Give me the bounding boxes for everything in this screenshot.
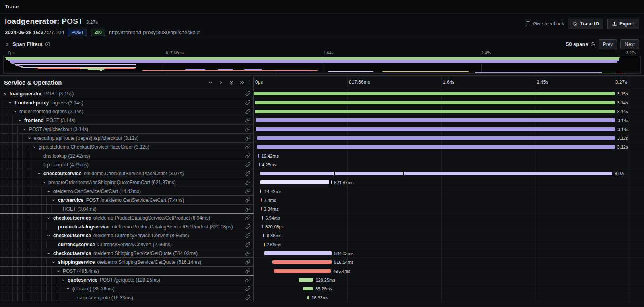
- span-row[interactable]: checkoutservice oteldemo.CheckoutService…: [0, 169, 644, 178]
- prev-button[interactable]: Prev: [599, 39, 617, 49]
- span-bar[interactable]: [262, 225, 263, 228]
- span-bar[interactable]: [307, 296, 309, 299]
- expand-chevron-icon[interactable]: [32, 145, 39, 149]
- span-row[interactable]: router frontend egress (3.14s) 3.14s: [0, 107, 644, 116]
- span-row[interactable]: prepareOrderItemsAndShippingQuoteFromCar…: [0, 178, 644, 187]
- span-bar[interactable]: [255, 110, 615, 113]
- expand-chevron-icon[interactable]: [52, 198, 58, 202]
- span-link-icon[interactable]: [245, 91, 250, 96]
- span-name-cell[interactable]: grpc.oteldemo.CheckoutService/PlaceOrder…: [0, 143, 254, 151]
- span-row[interactable]: HGET (3.04ms) 3.04ms: [0, 205, 644, 214]
- collapse-all-icon[interactable]: [229, 80, 234, 85]
- span-name-cell[interactable]: calculate-quote (16.33ms): [0, 293, 254, 302]
- span-name-cell[interactable]: shippingservice oteldemo.ShippingService…: [0, 258, 254, 267]
- span-bar[interactable]: [272, 260, 332, 264]
- span-bar[interactable]: [256, 127, 615, 131]
- span-name-cell[interactable]: {closure} (85.26ms): [0, 284, 254, 293]
- expand-chevron-icon[interactable]: [52, 260, 58, 264]
- expand-chevron-icon[interactable]: [42, 180, 48, 185]
- span-bar[interactable]: [264, 243, 265, 246]
- span-link-icon[interactable]: [245, 215, 250, 220]
- expand-chevron-icon[interactable]: [13, 110, 19, 114]
- span-name-cell[interactable]: prepareOrderItemsAndShippingQuoteFromCar…: [0, 178, 254, 187]
- span-bar[interactable]: [260, 189, 262, 193]
- span-name-cell[interactable]: executing api route (pages) /api/checkou…: [0, 134, 254, 143]
- span-row[interactable]: checkoutservice oteldemo.ShippingService…: [0, 249, 644, 258]
- span-bar[interactable]: [262, 216, 263, 220]
- expand-chevron-icon[interactable]: [47, 189, 53, 193]
- expand-chevron-icon[interactable]: [23, 127, 29, 131]
- span-link-icon[interactable]: [245, 277, 250, 282]
- span-name-cell[interactable]: POST /api/checkout (3.14s): [0, 125, 254, 134]
- span-row[interactable]: executing api route (pages) /api/checkou…: [0, 134, 644, 143]
- span-row[interactable]: checkoutservice oteldemo.CurrencyService…: [0, 231, 644, 240]
- span-bar[interactable]: [260, 172, 612, 175]
- span-bar[interactable]: [256, 118, 615, 122]
- span-link-icon[interactable]: [245, 251, 250, 256]
- span-name-cell[interactable]: checkoutservice oteldemo.CheckoutService…: [0, 169, 254, 178]
- span-link-icon[interactable]: [245, 162, 250, 167]
- span-link-icon[interactable]: [245, 197, 250, 203]
- span-row[interactable]: shippingservice oteldemo.ShippingService…: [0, 258, 644, 267]
- expand-chevron-icon[interactable]: [66, 287, 72, 291]
- minimap-left-handle[interactable]: [4, 56, 4, 73]
- expand-chevron-icon[interactable]: [18, 118, 24, 122]
- span-row[interactable]: {closure} (85.26ms) 85.26ms: [0, 284, 644, 293]
- span-name-cell[interactable]: loadgenerator POST (3.15s): [0, 89, 254, 98]
- expand-chevron-icon[interactable]: [3, 92, 10, 96]
- span-name-cell[interactable]: productcatalogservice oteldemo.ProductCa…: [0, 222, 254, 231]
- span-name-cell[interactable]: dns.lookup (12.42ms): [0, 151, 254, 160]
- span-bar[interactable]: [257, 145, 615, 149]
- span-link-icon[interactable]: [245, 153, 250, 158]
- span-row[interactable]: POST /api/checkout (3.14s) 3.14s: [0, 125, 644, 134]
- span-bar[interactable]: [263, 234, 264, 237]
- span-row[interactable]: oteldemo.CartService/GetCart (14.42ms) 1…: [0, 187, 644, 196]
- span-link-icon[interactable]: [245, 233, 250, 238]
- span-link-icon[interactable]: [245, 295, 250, 300]
- span-link-icon[interactable]: [245, 268, 250, 274]
- span-bar[interactable]: [255, 101, 615, 104]
- expand-chevron-icon[interactable]: [27, 136, 34, 140]
- span-name-cell[interactable]: quoteservice POST /getquote (128.25ms): [0, 276, 254, 284]
- span-bar[interactable]: [261, 198, 262, 202]
- span-link-icon[interactable]: [245, 118, 250, 123]
- span-row[interactable]: tcp.connect (4.25ms) 4.25ms: [0, 160, 644, 169]
- span-bar[interactable]: [259, 163, 260, 166]
- span-bar[interactable]: [274, 269, 331, 273]
- span-bar[interactable]: [258, 154, 259, 158]
- collapse-one-icon[interactable]: [208, 80, 213, 85]
- span-row[interactable]: dns.lookup (12.42ms) 12.42ms: [0, 151, 644, 160]
- span-bar[interactable]: [260, 180, 332, 184]
- expand-one-icon[interactable]: [218, 80, 224, 85]
- span-row[interactable]: checkoutservice oteldemo.ProductCatalogS…: [0, 214, 644, 222]
- span-link-icon[interactable]: [245, 286, 250, 291]
- span-bar[interactable]: [254, 92, 615, 95]
- minimap-canvas[interactable]: [3, 56, 641, 74]
- span-row[interactable]: cartservice POST /oteldemo.CartService/G…: [0, 196, 644, 205]
- export-button[interactable]: Export: [607, 19, 639, 29]
- span-name-cell[interactable]: currencyservice CurrencyService/Convert …: [0, 240, 254, 249]
- expand-chevron-icon[interactable]: [8, 101, 14, 105]
- column-resizer[interactable]: [248, 80, 250, 85]
- span-row[interactable]: currencyservice CurrencyService/Convert …: [0, 240, 644, 249]
- span-link-icon[interactable]: [245, 242, 250, 247]
- span-link-icon[interactable]: [245, 180, 250, 185]
- span-name-cell[interactable]: checkoutservice oteldemo.ProductCatalogS…: [0, 214, 254, 222]
- span-name-cell[interactable]: oteldemo.CartService/GetCart (14.42ms): [0, 187, 254, 196]
- trace-id-button[interactable]: Trace ID: [568, 19, 603, 29]
- span-link-icon[interactable]: [245, 259, 250, 265]
- span-link-icon[interactable]: [245, 224, 250, 229]
- span-name-cell[interactable]: POST (495.4ms): [0, 267, 254, 276]
- span-row[interactable]: productcatalogservice oteldemo.ProductCa…: [0, 222, 644, 231]
- span-bar[interactable]: [264, 251, 332, 255]
- span-link-icon[interactable]: [245, 127, 250, 132]
- span-link-icon[interactable]: [245, 100, 250, 105]
- span-name-cell[interactable]: cartservice POST /oteldemo.CartService/G…: [0, 196, 254, 205]
- span-row[interactable]: loadgenerator POST (3.15s) 3.15s: [0, 89, 644, 98]
- expand-chevron-icon[interactable]: [47, 234, 53, 238]
- span-link-icon[interactable]: [245, 171, 250, 176]
- span-name-cell[interactable]: checkoutservice oteldemo.ShippingService…: [0, 249, 254, 258]
- span-bar[interactable]: [257, 136, 615, 140]
- span-row[interactable]: frontend POST (3.14s) 3.14s: [0, 116, 644, 125]
- minimap-right-handle[interactable]: [640, 56, 640, 73]
